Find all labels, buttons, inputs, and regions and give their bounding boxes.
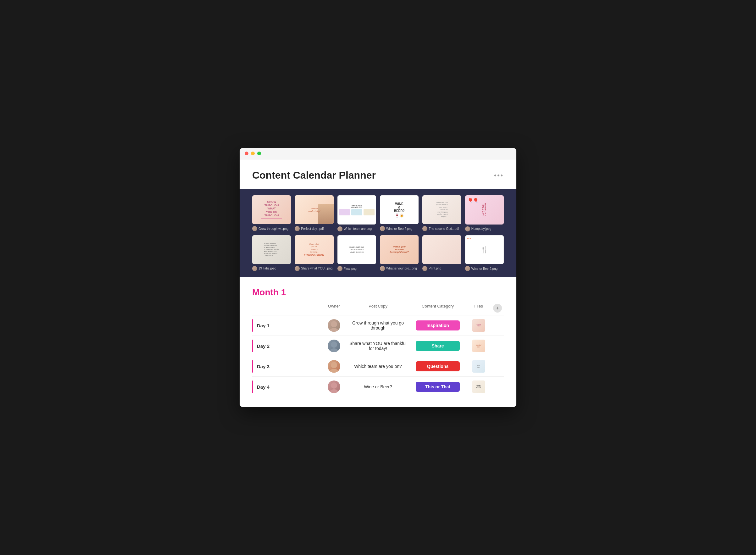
more-options-button[interactable] — [493, 173, 504, 178]
table-rows: Day 1 Grow through what you go through I… — [252, 315, 504, 397]
post-copy: Share what YOU are thankful for today! — [346, 341, 410, 351]
avatar — [422, 226, 427, 231]
avatar — [295, 266, 300, 271]
gallery-item[interactable]: Growthroughwhatyou gothrough Grow throug… — [252, 195, 291, 231]
category-badge: Inspiration — [416, 321, 460, 331]
avatar — [465, 226, 470, 231]
avatar-face — [328, 381, 340, 393]
svg-point-7 — [330, 389, 338, 393]
avatar — [380, 266, 385, 271]
table-row: Day 2 Share what YOU are thankful for to… — [252, 336, 504, 356]
day-label: Day 2 — [257, 343, 269, 349]
avatar — [328, 360, 340, 373]
thumb-text: NAME SOMETHINGTHAT YOU WOULDNEVER BUY US… — [347, 244, 366, 255]
avatar — [328, 319, 340, 332]
day-label: Day 3 — [257, 364, 269, 369]
svg-point-0 — [331, 321, 337, 327]
owner-cell — [322, 319, 346, 332]
files-cell: WINEBEER — [466, 381, 491, 393]
category-cell: Share — [410, 341, 466, 351]
file-info: Final.png — [337, 266, 376, 271]
file-thumb-content: purrfectday! — [475, 343, 482, 348]
thumbnail-proudest[interactable]: what is yourProudestAccomplishment? — [380, 235, 419, 264]
month-title: Month 1 — [252, 287, 504, 297]
thumb-text: HUMPDAYTUESDAY — [482, 203, 487, 216]
svg-point-3 — [330, 348, 338, 352]
filename: Humpday.jpeg — [471, 227, 492, 230]
gallery-item[interactable]: Have apurrfect day! Perfect day...pdf — [295, 195, 333, 231]
add-column-button[interactable]: + — [493, 304, 502, 312]
post-copy: Wine or Beer? — [346, 384, 410, 389]
file-thumb-content: WINEBEER — [476, 385, 481, 389]
thumbnail-cat[interactable]: Have apurrfect day! — [295, 195, 333, 224]
app-window: Content Calendar Planner Growthroughwhat… — [240, 148, 516, 407]
category-cell: Inspiration — [410, 321, 466, 331]
thumbnail-wine[interactable]: WINE&BEER? 🍷🍺 — [380, 195, 419, 224]
gallery-item[interactable]: what is yourProudestAccomplishment? What… — [380, 235, 419, 271]
gallery-item[interactable]: The second Godput that dream inyour hear… — [422, 195, 461, 231]
thumbnail-humpday[interactable]: HUMPDAYTUESDAY 🎈🎈 — [465, 195, 504, 224]
avatar-face — [328, 340, 340, 352]
thumbnail-final[interactable]: NAME SOMETHINGTHAT YOU WOULDNEVER BUY US… — [337, 235, 376, 264]
filename: 19 Tabs.jpeg — [258, 267, 277, 270]
page-title: Content Calendar Planner — [252, 169, 376, 181]
filename: Print.png — [429, 267, 441, 270]
team-c — [364, 209, 375, 215]
files-cell: Growthru — [466, 319, 491, 332]
gallery-item[interactable]: Print.png — [422, 235, 461, 271]
thumbnail-team[interactable]: WHICH TEAMARE YOU ON? — [337, 195, 376, 224]
avatar — [337, 266, 342, 271]
category-cell: Questions — [410, 361, 466, 371]
avatar — [252, 226, 257, 231]
avatar — [252, 266, 257, 271]
svg-point-4 — [331, 362, 337, 368]
file-info: The second God...pdf — [422, 226, 461, 231]
thumbnail-flower[interactable]: The second Godput that dream inyour hear… — [422, 195, 461, 224]
filename: Which team are.png — [344, 227, 372, 230]
avatar — [295, 226, 300, 231]
table-header: Owner Post Copy Content Category Files + — [252, 304, 504, 315]
thumb-text: WINE&BEER? — [394, 202, 405, 213]
filename: Wine or Beer?.png — [471, 267, 498, 270]
file-info: Print.png — [422, 266, 461, 271]
file-info: Humpday.jpeg — [465, 226, 504, 231]
filename: Grow through w...png — [258, 227, 288, 230]
thumbnail-tabs[interactable]: MY MIND IS LIKE MYINTERNET BROWSER.19 TA… — [252, 235, 291, 264]
file-thumbnail[interactable]: WINEBEER — [472, 381, 485, 393]
day-cell: Day 3 — [252, 356, 322, 376]
avatar — [465, 266, 470, 271]
maximize-button[interactable] — [257, 152, 261, 155]
file-thumbnail[interactable]: TeamA B C — [472, 360, 485, 373]
gallery-item[interactable]: WHICH TEAMARE YOU ON? Which team are.png — [337, 195, 376, 231]
minimize-button[interactable] — [251, 152, 255, 155]
file-info: Which team are.png — [337, 226, 376, 231]
files-cell: TeamA B C — [466, 360, 491, 373]
thumbnail-print[interactable] — [422, 235, 461, 264]
table-row: Day 1 Grow through what you go through I… — [252, 315, 504, 336]
thumbnail-grow[interactable]: Growthroughwhatyou gothrough — [252, 195, 291, 224]
file-info: Share what YOU...png — [295, 266, 333, 271]
thumb-text: Have apurrfect day! — [307, 206, 322, 214]
avatar — [422, 266, 427, 271]
day-border — [252, 319, 253, 332]
file-thumbnail[interactable]: purrfectday! — [472, 340, 485, 352]
gallery-item[interactable]: WINE&BEER? 🍷🍺 Wine or Beer?.png — [380, 195, 419, 231]
thumb-decoration — [261, 218, 282, 219]
gallery-item[interactable]: HUMPDAYTUESDAY 🎈🎈 Humpday.jpeg — [465, 195, 504, 231]
filename: What is your pro...png — [386, 267, 417, 270]
dot-icon — [501, 174, 503, 176]
day-cell: Day 1 — [252, 315, 322, 336]
thumbnail-wine2[interactable]: ●●● 🍴 — [465, 235, 504, 264]
gallery-item[interactable]: NAME SOMETHINGTHAT YOU WOULDNEVER BUY US… — [337, 235, 376, 271]
filename: Wine or Beer?.png — [386, 227, 412, 230]
thumb-text: Share whatyou arethankfulfor today...#Th… — [304, 243, 324, 256]
close-button[interactable] — [245, 152, 248, 155]
thumbnail-thankful[interactable]: Share whatyou arethankfulfor today...#Th… — [295, 235, 333, 264]
gallery-grid: Growthroughwhatyou gothrough Grow throug… — [252, 195, 504, 271]
gallery-item[interactable]: Share whatyou arethankfulfor today...#Th… — [295, 235, 333, 271]
file-thumb-content: Growthru — [476, 323, 481, 328]
file-thumbnail[interactable]: Growthru — [472, 319, 485, 332]
gallery-item[interactable]: ●●● 🍴 Wine or Beer?.png — [465, 235, 504, 271]
col-header-files: Files — [466, 304, 491, 312]
gallery-item[interactable]: MY MIND IS LIKE MYINTERNET BROWSER.19 TA… — [252, 235, 291, 271]
